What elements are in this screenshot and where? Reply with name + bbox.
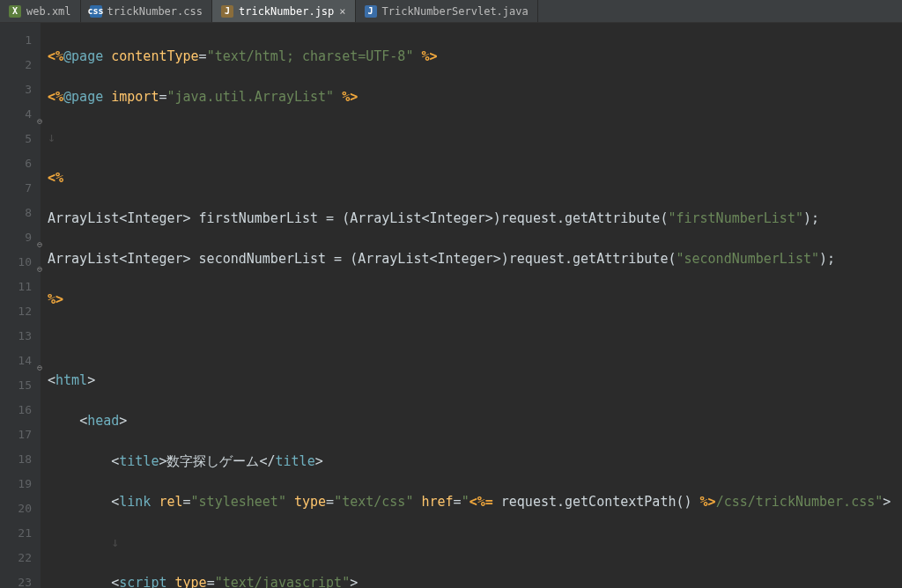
tab-web-xml[interactable]: X web.xml <box>0 0 81 22</box>
xml-file-icon: X <box>9 5 21 18</box>
code-line: ↓ <box>48 125 902 150</box>
line-number: 14⊖ <box>0 349 41 373</box>
code-line: <html> <box>48 368 902 393</box>
line-number: 10⊖ <box>0 250 41 275</box>
line-number: 4⊖ <box>0 102 41 127</box>
tab-tricknumber-css[interactable]: css trickNumber.css <box>81 0 212 22</box>
code-line: <% <box>48 165 902 190</box>
code-line: <%@page contentType="text/html; charset=… <box>48 44 902 69</box>
tab-label: web.xml <box>26 5 71 18</box>
code-line: ArrayList<Integer> firstNumberList = (Ar… <box>48 206 902 231</box>
line-number: 23 <box>0 570 41 588</box>
code-line: ↓ <box>48 530 902 555</box>
code-line: <title>数字探しゲーム</title> <box>48 449 902 474</box>
line-number: 2 <box>0 53 41 77</box>
tab-servlet-java[interactable]: J TrickNumberServlet.java <box>356 0 538 22</box>
tab-label: TrickNumberServlet.java <box>382 5 529 18</box>
java-file-icon: J <box>365 5 377 18</box>
line-number-gutter: 1 2 3 4⊖ 5 6 7 8 9⊖ 10⊖ 11 12 13 14⊖ 15 … <box>0 23 41 588</box>
line-number: 18 <box>0 447 41 472</box>
code-line: <script type="text/javascript"> <box>48 570 902 588</box>
line-number: 12 <box>0 299 41 324</box>
jsp-file-icon: J <box>221 5 233 18</box>
line-number: 11 <box>0 275 41 299</box>
line-number: 8 <box>0 201 41 225</box>
code-line: ArrayList<Integer> secondNumberList = (A… <box>48 246 902 271</box>
line-number: 13 <box>0 324 41 349</box>
close-icon[interactable]: × <box>339 5 345 18</box>
tab-label: trickNumber.jsp <box>239 5 334 18</box>
code-line <box>48 327 902 352</box>
line-number: 21 <box>0 521 41 546</box>
line-number: 7 <box>0 176 41 201</box>
code-editor: 1 2 3 4⊖ 5 6 7 8 9⊖ 10⊖ 11 12 13 14⊖ 15 … <box>0 23 902 588</box>
fold-toggle-icon[interactable]: ⊖ <box>33 356 42 364</box>
line-number: 16 <box>0 398 41 423</box>
line-number: 17 <box>0 423 41 447</box>
line-number: 19 <box>0 472 41 496</box>
code-area[interactable]: <%@page contentType="text/html; charset=… <box>41 23 902 588</box>
tab-label: trickNumber.css <box>107 5 203 18</box>
line-number: 9⊖ <box>0 225 41 250</box>
line-number: 5 <box>0 127 41 151</box>
line-number: 1 <box>0 28 41 53</box>
fold-toggle-icon[interactable]: ⊖ <box>33 232 42 241</box>
editor-tabs: X web.xml css trickNumber.css J trickNum… <box>0 0 902 23</box>
code-line: <%@page import="java.util.ArrayList" %> <box>48 85 902 109</box>
code-line: <link rel="stylesheet" type="text/css" h… <box>48 489 902 514</box>
tab-tricknumber-jsp[interactable]: J trickNumber.jsp × <box>212 0 356 22</box>
fold-toggle-icon[interactable]: ⊖ <box>33 109 42 118</box>
line-number: 6 <box>0 151 41 176</box>
fold-toggle-icon[interactable]: ⊖ <box>33 257 42 266</box>
line-number: 20 <box>0 496 41 521</box>
code-line: <head> <box>48 408 902 433</box>
line-number: 22 <box>0 546 41 570</box>
css-file-icon: css <box>90 5 102 18</box>
code-line: %> <box>48 287 902 312</box>
line-number: 3 <box>0 77 41 102</box>
line-number: 15 <box>0 373 41 398</box>
